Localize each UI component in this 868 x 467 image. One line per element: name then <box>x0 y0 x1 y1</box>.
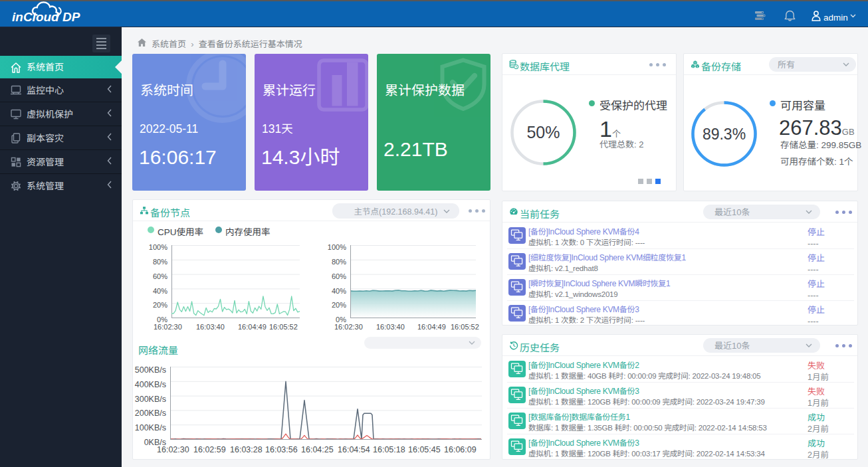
svg-text:50%: 50% <box>526 123 560 141</box>
svg-text:89.3%: 89.3% <box>703 126 746 143</box>
